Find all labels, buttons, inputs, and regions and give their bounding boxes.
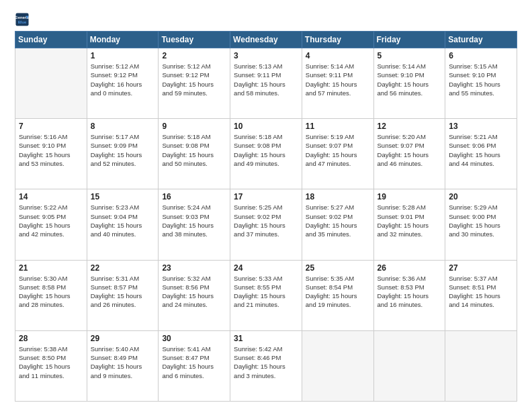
calendar-week-row: 21Sunrise: 5:30 AM Sunset: 8:58 PM Dayli…: [15, 260, 517, 330]
calendar-cell: 14Sunrise: 5:22 AM Sunset: 9:05 PM Dayli…: [15, 189, 87, 260]
calendar-cell: 3Sunrise: 5:13 AM Sunset: 9:11 PM Daylig…: [230, 48, 302, 119]
calendar-cell: [15, 48, 87, 119]
day-info: Sunrise: 5:42 AM Sunset: 8:46 PM Dayligh…: [234, 345, 298, 380]
calendar-cell: 23Sunrise: 5:32 AM Sunset: 8:56 PM Dayli…: [159, 260, 230, 330]
day-number: 30: [162, 334, 226, 343]
day-number: 6: [449, 51, 513, 60]
calendar-header-row: Sunday Monday Tuesday Wednesday Thursday…: [15, 32, 517, 48]
day-number: 1: [91, 51, 155, 60]
day-number: 21: [19, 263, 83, 273]
day-info: Sunrise: 5:19 AM Sunset: 9:07 PM Dayligh…: [306, 132, 370, 168]
day-number: 14: [19, 192, 83, 201]
col-saturday: Saturday: [445, 32, 517, 48]
calendar-cell: 29Sunrise: 5:40 AM Sunset: 8:49 PM Dayli…: [87, 330, 159, 401]
calendar-cell: 26Sunrise: 5:36 AM Sunset: 8:53 PM Dayli…: [373, 260, 445, 330]
day-info: Sunrise: 5:13 AM Sunset: 9:11 PM Dayligh…: [234, 62, 298, 97]
day-info: Sunrise: 5:33 AM Sunset: 8:55 PM Dayligh…: [234, 274, 298, 310]
col-monday: Monday: [87, 32, 159, 48]
day-info: Sunrise: 5:36 AM Sunset: 8:53 PM Dayligh…: [378, 274, 442, 310]
calendar-cell: 25Sunrise: 5:35 AM Sunset: 8:54 PM Dayli…: [302, 260, 373, 330]
calendar-week-row: 14Sunrise: 5:22 AM Sunset: 9:05 PM Dayli…: [15, 189, 517, 260]
day-info: Sunrise: 5:24 AM Sunset: 9:03 PM Dayligh…: [162, 203, 226, 238]
day-info: Sunrise: 5:23 AM Sunset: 9:04 PM Dayligh…: [91, 203, 155, 238]
calendar-week-row: 28Sunrise: 5:38 AM Sunset: 8:50 PM Dayli…: [15, 330, 517, 401]
day-info: Sunrise: 5:12 AM Sunset: 9:12 PM Dayligh…: [162, 62, 226, 97]
day-info: Sunrise: 5:40 AM Sunset: 8:49 PM Dayligh…: [91, 345, 155, 380]
day-info: Sunrise: 5:17 AM Sunset: 9:09 PM Dayligh…: [91, 132, 155, 168]
calendar-cell: 4Sunrise: 5:14 AM Sunset: 9:11 PM Daylig…: [302, 48, 373, 119]
page: General Blue Sunday Monday Tuesday Wedne…: [0, 0, 532, 411]
day-info: Sunrise: 5:14 AM Sunset: 9:10 PM Dayligh…: [378, 62, 442, 97]
calendar-table: Sunday Monday Tuesday Wednesday Thursday…: [15, 31, 517, 402]
calendar-cell: 19Sunrise: 5:28 AM Sunset: 9:01 PM Dayli…: [373, 189, 445, 260]
day-info: Sunrise: 5:22 AM Sunset: 9:05 PM Dayligh…: [19, 203, 83, 238]
day-number: 3: [234, 51, 298, 60]
day-number: 28: [19, 334, 83, 343]
day-info: Sunrise: 5:21 AM Sunset: 9:06 PM Dayligh…: [449, 132, 513, 168]
day-number: 25: [306, 263, 370, 273]
day-number: 15: [91, 192, 155, 201]
calendar-cell: 31Sunrise: 5:42 AM Sunset: 8:46 PM Dayli…: [230, 330, 302, 401]
calendar-cell: 28Sunrise: 5:38 AM Sunset: 8:50 PM Dayli…: [15, 330, 87, 401]
calendar-cell: 5Sunrise: 5:14 AM Sunset: 9:10 PM Daylig…: [373, 48, 445, 119]
col-sunday: Sunday: [15, 32, 87, 48]
day-number: 16: [162, 192, 226, 201]
col-friday: Friday: [373, 32, 445, 48]
day-number: 27: [449, 263, 513, 273]
calendar-cell: 24Sunrise: 5:33 AM Sunset: 8:55 PM Dayli…: [230, 260, 302, 330]
svg-text:Blue: Blue: [18, 20, 27, 24]
calendar-cell: 18Sunrise: 5:27 AM Sunset: 9:02 PM Dayli…: [302, 189, 373, 260]
day-info: Sunrise: 5:30 AM Sunset: 8:58 PM Dayligh…: [19, 274, 83, 310]
logo-icon: General Blue: [15, 12, 30, 27]
calendar-cell: 13Sunrise: 5:21 AM Sunset: 9:06 PM Dayli…: [445, 119, 517, 189]
calendar-cell: 8Sunrise: 5:17 AM Sunset: 9:09 PM Daylig…: [87, 119, 159, 189]
calendar-week-row: 1Sunrise: 5:12 AM Sunset: 9:12 PM Daylig…: [15, 48, 517, 119]
day-number: 7: [19, 122, 83, 131]
day-number: 9: [162, 122, 226, 131]
day-number: 17: [234, 192, 298, 201]
day-info: Sunrise: 5:32 AM Sunset: 8:56 PM Dayligh…: [162, 274, 226, 310]
day-number: 31: [234, 334, 298, 343]
logo: General Blue: [15, 12, 32, 27]
col-tuesday: Tuesday: [159, 32, 230, 48]
day-number: 2: [162, 51, 226, 60]
day-number: 26: [378, 263, 442, 273]
day-info: Sunrise: 5:12 AM Sunset: 9:12 PM Dayligh…: [91, 62, 155, 97]
calendar-cell: [373, 330, 445, 401]
calendar-cell: 7Sunrise: 5:16 AM Sunset: 9:10 PM Daylig…: [15, 119, 87, 189]
calendar-cell: [445, 330, 517, 401]
day-number: 10: [234, 122, 298, 131]
calendar-cell: 10Sunrise: 5:18 AM Sunset: 9:08 PM Dayli…: [230, 119, 302, 189]
day-number: 23: [162, 263, 226, 273]
day-info: Sunrise: 5:25 AM Sunset: 9:02 PM Dayligh…: [234, 203, 298, 238]
col-wednesday: Wednesday: [230, 32, 302, 48]
calendar-cell: 11Sunrise: 5:19 AM Sunset: 9:07 PM Dayli…: [302, 119, 373, 189]
day-number: 5: [378, 51, 442, 60]
calendar-cell: 12Sunrise: 5:20 AM Sunset: 9:07 PM Dayli…: [373, 119, 445, 189]
day-info: Sunrise: 5:35 AM Sunset: 8:54 PM Dayligh…: [306, 274, 370, 310]
header: General Blue: [15, 12, 517, 27]
col-thursday: Thursday: [302, 32, 373, 48]
calendar-cell: 22Sunrise: 5:31 AM Sunset: 8:57 PM Dayli…: [87, 260, 159, 330]
day-number: 12: [378, 122, 442, 131]
day-number: 24: [234, 263, 298, 273]
day-info: Sunrise: 5:14 AM Sunset: 9:11 PM Dayligh…: [306, 62, 370, 97]
day-number: 13: [449, 122, 513, 131]
calendar-cell: 6Sunrise: 5:15 AM Sunset: 9:10 PM Daylig…: [445, 48, 517, 119]
calendar-cell: 21Sunrise: 5:30 AM Sunset: 8:58 PM Dayli…: [15, 260, 87, 330]
day-info: Sunrise: 5:37 AM Sunset: 8:51 PM Dayligh…: [449, 274, 513, 310]
calendar-cell: 27Sunrise: 5:37 AM Sunset: 8:51 PM Dayli…: [445, 260, 517, 330]
calendar-cell: 30Sunrise: 5:41 AM Sunset: 8:47 PM Dayli…: [159, 330, 230, 401]
calendar-cell: 16Sunrise: 5:24 AM Sunset: 9:03 PM Dayli…: [159, 189, 230, 260]
day-info: Sunrise: 5:41 AM Sunset: 8:47 PM Dayligh…: [162, 345, 226, 380]
calendar-cell: 20Sunrise: 5:29 AM Sunset: 9:00 PM Dayli…: [445, 189, 517, 260]
calendar-week-row: 7Sunrise: 5:16 AM Sunset: 9:10 PM Daylig…: [15, 119, 517, 189]
day-info: Sunrise: 5:18 AM Sunset: 9:08 PM Dayligh…: [234, 132, 298, 168]
day-info: Sunrise: 5:29 AM Sunset: 9:00 PM Dayligh…: [449, 203, 513, 238]
day-number: 20: [449, 192, 513, 201]
day-info: Sunrise: 5:31 AM Sunset: 8:57 PM Dayligh…: [91, 274, 155, 310]
day-number: 18: [306, 192, 370, 201]
day-info: Sunrise: 5:38 AM Sunset: 8:50 PM Dayligh…: [19, 345, 83, 380]
calendar-cell: 9Sunrise: 5:18 AM Sunset: 9:08 PM Daylig…: [159, 119, 230, 189]
day-info: Sunrise: 5:27 AM Sunset: 9:02 PM Dayligh…: [306, 203, 370, 238]
